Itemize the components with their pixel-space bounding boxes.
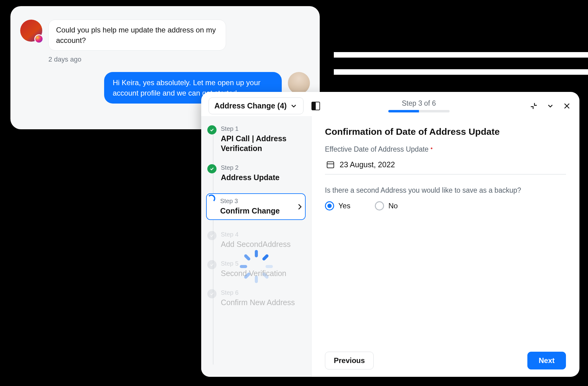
step-indicator-label: Step 3 of 6 [388,99,450,108]
content-footer: Previous Next [325,346,566,369]
check-icon [207,164,217,173]
close-icon[interactable] [563,102,571,110]
step-title: Add SecondAddress [221,239,306,249]
workflow-dropdown-label: Address Change (4) [214,101,287,110]
minimize-icon[interactable] [530,102,538,110]
step-1[interactable]: Step 1 API Call | Address Verification [207,125,306,153]
message-timestamp: 2 days ago [48,55,310,63]
radio-icon [375,201,384,210]
radio-label: No [388,202,398,210]
chevron-down-icon[interactable] [546,102,554,110]
decorative-strip [334,52,588,58]
incoming-message-bubble: Could you pls help me update the address… [48,20,226,51]
check-icon [207,125,217,134]
step-number: Step 4 [221,231,306,238]
step-6[interactable]: Step 6 Confirm New Address [207,289,306,307]
step-number: Step 1 [221,125,306,132]
step-4[interactable]: Step 4 Add SecondAddress [207,231,306,249]
header-actions [530,102,571,110]
workflow-dropdown[interactable]: Address Change (4) [209,97,303,114]
backup-radio-group: Yes No [325,201,566,210]
chevron-down-icon [290,102,298,110]
required-indicator: • [431,145,433,152]
previous-button[interactable]: Previous [325,352,374,369]
step-3[interactable]: Step 3 Confirm Change [206,193,306,220]
step-title: API Call | Address Verification [221,134,306,153]
step-title: Confirm New Address [221,297,306,307]
steps-sidebar: Step 1 API Call | Address Verification S… [201,116,311,377]
customer-avatar [20,20,42,42]
content-area: Confirmation of Date of Address Update E… [311,116,579,377]
step-indicator: Step 3 of 6 [388,99,450,112]
pending-step-icon [207,231,217,240]
calendar-icon [327,161,334,168]
progress-bar [388,110,450,112]
layout-columns-icon[interactable] [311,102,320,110]
loading-spinner-icon [246,263,266,283]
content-heading: Confirmation of Date of Address Update [325,127,566,137]
step-title: Confirm Change [220,206,301,216]
backup-question: Is there a second Address you would like… [325,186,566,195]
radio-label: Yes [338,202,350,210]
pending-step-icon [207,289,217,298]
radio-no[interactable]: No [375,201,398,210]
radio-yes[interactable]: Yes [325,201,350,210]
agent-avatar [288,72,310,94]
step-title: Address Update [221,172,306,182]
effective-date-input[interactable]: 23 August, 2022 [325,157,566,175]
incoming-message-row: Could you pls help me update the address… [20,20,310,51]
workflow-panel: Address Change (4) Step 3 of 6 [201,92,579,377]
pending-step-icon [207,260,217,269]
date-field-label: Effective Date of Address Update • [325,145,566,153]
next-button[interactable]: Next [527,352,566,369]
radio-icon [325,201,334,210]
step-number: Step 2 [221,164,306,171]
spinner-icon [207,194,216,203]
step-number: Step 6 [221,289,306,296]
date-value: 23 August, 2022 [340,160,395,169]
decorative-strip [334,69,588,75]
instagram-badge-icon [34,34,43,44]
step-2[interactable]: Step 2 Address Update [207,164,306,182]
panel-header: Address Change (4) Step 3 of 6 [201,92,579,116]
step-number: Step 3 [220,198,301,205]
chevron-right-icon [298,203,302,210]
